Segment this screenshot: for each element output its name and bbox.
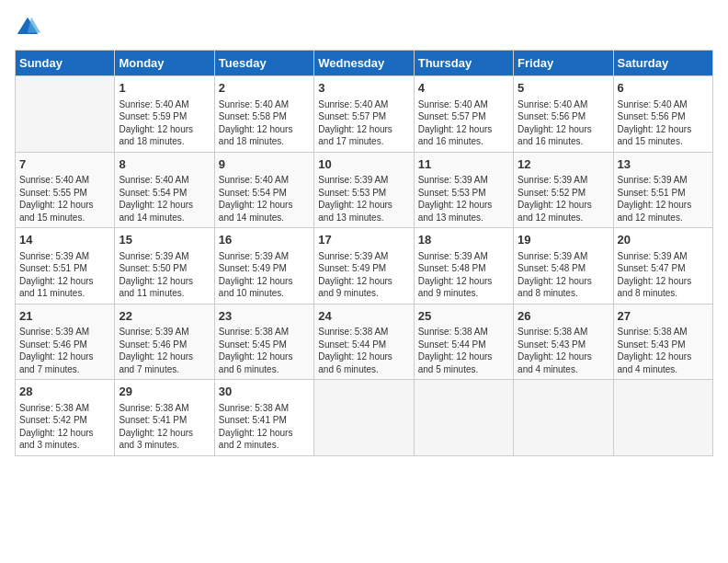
day-number: 8	[119, 156, 210, 173]
calendar-cell: 30Sunrise: 5:38 AM Sunset: 5:41 PM Dayli…	[214, 380, 313, 456]
calendar-header-row: SundayMondayTuesdayWednesdayThursdayFrid…	[16, 51, 713, 76]
calendar-cell: 22Sunrise: 5:39 AM Sunset: 5:46 PM Dayli…	[115, 304, 214, 380]
day-info: Sunrise: 5:38 AM Sunset: 5:42 PM Dayligh…	[19, 402, 110, 452]
calendar-cell: 8Sunrise: 5:40 AM Sunset: 5:54 PM Daylig…	[115, 152, 214, 228]
day-number: 20	[618, 232, 709, 248]
header-wednesday: Wednesday	[314, 51, 414, 76]
day-number: 18	[418, 232, 509, 248]
header-saturday: Saturday	[613, 51, 712, 76]
day-info: Sunrise: 5:38 AM Sunset: 5:43 PM Dayligh…	[618, 326, 709, 375]
calendar-cell: 25Sunrise: 5:38 AM Sunset: 5:44 PM Dayli…	[414, 304, 513, 380]
calendar-cell: 10Sunrise: 5:39 AM Sunset: 5:53 PM Dayli…	[314, 152, 414, 228]
day-number: 4	[418, 80, 509, 97]
day-info: Sunrise: 5:38 AM Sunset: 5:45 PM Dayligh…	[219, 326, 310, 375]
day-info: Sunrise: 5:39 AM Sunset: 5:51 PM Dayligh…	[19, 250, 110, 300]
day-info: Sunrise: 5:39 AM Sunset: 5:49 PM Dayligh…	[318, 250, 409, 300]
day-info: Sunrise: 5:39 AM Sunset: 5:46 PM Dayligh…	[19, 326, 110, 375]
day-number: 21	[19, 308, 110, 325]
day-number: 13	[618, 156, 709, 173]
calendar-cell: 20Sunrise: 5:39 AM Sunset: 5:47 PM Dayli…	[613, 228, 712, 304]
day-info: Sunrise: 5:40 AM Sunset: 5:59 PM Dayligh…	[119, 98, 210, 148]
day-info: Sunrise: 5:39 AM Sunset: 5:53 PM Dayligh…	[318, 174, 409, 224]
day-info: Sunrise: 5:40 AM Sunset: 5:57 PM Dayligh…	[318, 98, 409, 148]
calendar-cell: 1Sunrise: 5:40 AM Sunset: 5:59 PM Daylig…	[115, 76, 214, 153]
calendar-cell: 26Sunrise: 5:38 AM Sunset: 5:43 PM Dayli…	[514, 304, 613, 380]
calendar-cell: 23Sunrise: 5:38 AM Sunset: 5:45 PM Dayli…	[214, 304, 313, 380]
calendar-cell: 17Sunrise: 5:39 AM Sunset: 5:49 PM Dayli…	[314, 228, 414, 304]
day-number: 22	[119, 308, 210, 325]
day-info: Sunrise: 5:39 AM Sunset: 5:46 PM Dayligh…	[119, 326, 210, 375]
calendar-cell: 19Sunrise: 5:39 AM Sunset: 5:48 PM Dayli…	[514, 228, 613, 304]
day-number: 24	[318, 308, 409, 325]
day-number: 26	[518, 308, 609, 325]
day-info: Sunrise: 5:40 AM Sunset: 5:56 PM Dayligh…	[518, 98, 609, 148]
day-number: 15	[119, 232, 210, 248]
calendar-cell: 28Sunrise: 5:38 AM Sunset: 5:42 PM Dayli…	[16, 380, 115, 456]
day-number: 10	[318, 156, 409, 173]
calendar-cell: 9Sunrise: 5:40 AM Sunset: 5:54 PM Daylig…	[214, 152, 313, 228]
day-number: 7	[19, 156, 110, 173]
calendar-cell: 13Sunrise: 5:39 AM Sunset: 5:51 PM Dayli…	[613, 152, 712, 228]
day-number: 2	[219, 80, 310, 97]
day-info: Sunrise: 5:38 AM Sunset: 5:44 PM Dayligh…	[418, 326, 509, 375]
calendar-week-row: 28Sunrise: 5:38 AM Sunset: 5:42 PM Dayli…	[16, 380, 713, 456]
day-info: Sunrise: 5:40 AM Sunset: 5:56 PM Dayligh…	[618, 98, 709, 148]
day-number: 14	[19, 232, 110, 248]
day-number: 25	[418, 308, 509, 325]
day-number: 27	[618, 308, 709, 325]
day-number: 9	[219, 156, 310, 173]
day-info: Sunrise: 5:40 AM Sunset: 5:57 PM Dayligh…	[418, 98, 509, 148]
calendar-cell: 14Sunrise: 5:39 AM Sunset: 5:51 PM Dayli…	[16, 228, 115, 304]
calendar-cell	[16, 76, 115, 153]
calendar-cell: 3Sunrise: 5:40 AM Sunset: 5:57 PM Daylig…	[314, 76, 414, 153]
day-info: Sunrise: 5:39 AM Sunset: 5:51 PM Dayligh…	[618, 174, 709, 224]
day-info: Sunrise: 5:39 AM Sunset: 5:52 PM Dayligh…	[518, 174, 609, 224]
day-number: 28	[19, 384, 110, 400]
calendar-cell: 21Sunrise: 5:39 AM Sunset: 5:46 PM Dayli…	[16, 304, 115, 380]
day-info: Sunrise: 5:39 AM Sunset: 5:50 PM Dayligh…	[119, 250, 210, 300]
calendar-week-row: 1Sunrise: 5:40 AM Sunset: 5:59 PM Daylig…	[16, 76, 713, 153]
header-sunday: Sunday	[16, 51, 115, 76]
day-info: Sunrise: 5:38 AM Sunset: 5:44 PM Dayligh…	[318, 326, 409, 375]
calendar-cell: 6Sunrise: 5:40 AM Sunset: 5:56 PM Daylig…	[613, 76, 712, 153]
calendar-cell: 16Sunrise: 5:39 AM Sunset: 5:49 PM Dayli…	[214, 228, 313, 304]
day-number: 3	[318, 80, 409, 97]
calendar-cell: 4Sunrise: 5:40 AM Sunset: 5:57 PM Daylig…	[414, 76, 513, 153]
calendar-cell	[314, 380, 414, 456]
calendar-cell: 12Sunrise: 5:39 AM Sunset: 5:52 PM Dayli…	[514, 152, 613, 228]
day-number: 6	[618, 80, 709, 97]
day-info: Sunrise: 5:39 AM Sunset: 5:49 PM Dayligh…	[219, 250, 310, 300]
calendar-cell: 5Sunrise: 5:40 AM Sunset: 5:56 PM Daylig…	[514, 76, 613, 153]
calendar-cell	[414, 380, 513, 456]
day-info: Sunrise: 5:38 AM Sunset: 5:43 PM Dayligh…	[518, 326, 609, 375]
day-number: 23	[219, 308, 310, 325]
calendar-cell: 24Sunrise: 5:38 AM Sunset: 5:44 PM Dayli…	[314, 304, 414, 380]
day-info: Sunrise: 5:39 AM Sunset: 5:48 PM Dayligh…	[518, 250, 609, 300]
calendar-cell: 7Sunrise: 5:40 AM Sunset: 5:55 PM Daylig…	[16, 152, 115, 228]
day-number: 12	[518, 156, 609, 173]
day-info: Sunrise: 5:38 AM Sunset: 5:41 PM Dayligh…	[119, 402, 210, 452]
calendar-cell	[514, 380, 613, 456]
header-friday: Friday	[514, 51, 613, 76]
day-info: Sunrise: 5:40 AM Sunset: 5:58 PM Dayligh…	[219, 98, 310, 148]
calendar-table: SundayMondayTuesdayWednesdayThursdayFrid…	[15, 50, 713, 456]
day-number: 19	[518, 232, 609, 248]
day-info: Sunrise: 5:39 AM Sunset: 5:47 PM Dayligh…	[618, 250, 709, 300]
day-info: Sunrise: 5:38 AM Sunset: 5:41 PM Dayligh…	[219, 402, 310, 452]
logo	[15, 15, 44, 40]
page-header	[15, 15, 713, 40]
calendar-cell: 11Sunrise: 5:39 AM Sunset: 5:53 PM Dayli…	[414, 152, 513, 228]
logo-icon	[15, 15, 40, 40]
day-info: Sunrise: 5:40 AM Sunset: 5:54 PM Dayligh…	[219, 174, 310, 224]
day-info: Sunrise: 5:40 AM Sunset: 5:55 PM Dayligh…	[19, 174, 110, 224]
calendar-cell: 18Sunrise: 5:39 AM Sunset: 5:48 PM Dayli…	[414, 228, 513, 304]
day-number: 11	[418, 156, 509, 173]
day-info: Sunrise: 5:39 AM Sunset: 5:48 PM Dayligh…	[418, 250, 509, 300]
calendar-cell	[613, 380, 712, 456]
day-number: 5	[518, 80, 609, 97]
calendar-cell: 15Sunrise: 5:39 AM Sunset: 5:50 PM Dayli…	[115, 228, 214, 304]
calendar-week-row: 14Sunrise: 5:39 AM Sunset: 5:51 PM Dayli…	[16, 228, 713, 304]
calendar-cell: 29Sunrise: 5:38 AM Sunset: 5:41 PM Dayli…	[115, 380, 214, 456]
header-tuesday: Tuesday	[214, 51, 313, 76]
day-number: 16	[219, 232, 310, 248]
